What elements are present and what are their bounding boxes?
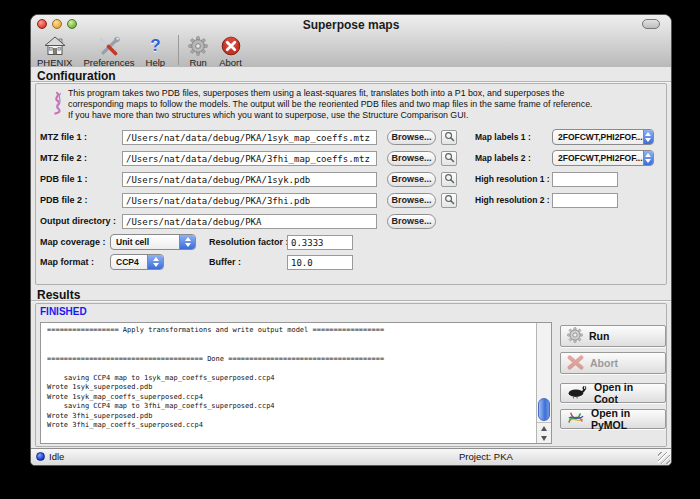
high-resolution-1-label: High resolution 1 : xyxy=(475,174,550,184)
open-in-pymol-button[interactable]: Open in PyMOL xyxy=(560,409,666,429)
mtz-file-2-input[interactable] xyxy=(122,151,377,166)
popup-arrows-icon xyxy=(643,151,653,165)
high-resolution-2-label: High resolution 2 : xyxy=(475,195,550,205)
run-button[interactable]: Run xyxy=(560,325,666,347)
toolbar-help-button[interactable]: ? Help xyxy=(146,35,166,68)
toolbar-separator xyxy=(178,35,179,65)
toolbar-preferences-button[interactable]: Preferences xyxy=(83,35,134,68)
console-scrollbar[interactable] xyxy=(536,323,551,443)
results-divider xyxy=(31,300,671,302)
configuration-panel: This program takes two PDB files, superp… xyxy=(35,83,667,285)
project-label: Project: PKA xyxy=(459,451,513,462)
resize-grip[interactable] xyxy=(658,452,670,464)
mtz-file-2-label: MTZ file 2 : xyxy=(40,153,87,163)
resolution-factor-input[interactable] xyxy=(287,235,353,250)
magnifier-icon xyxy=(444,172,455,187)
toolbar-phenix-button[interactable]: PHENIX xyxy=(37,35,72,68)
gear-icon xyxy=(567,327,583,345)
window-title: Superpose maps xyxy=(31,18,671,32)
home-icon xyxy=(44,35,66,56)
gear-icon xyxy=(188,35,208,56)
window-header: Superpose maps PHENIX xyxy=(31,15,671,68)
run-button-label: Run xyxy=(589,330,609,342)
open-in-coot-label: Open in Coot xyxy=(594,381,659,405)
browse-output-directory-button[interactable]: Browse... xyxy=(387,214,436,229)
high-resolution-1-input[interactable] xyxy=(552,172,618,187)
abort-icon xyxy=(221,35,241,56)
toolbar-abort-button[interactable]: Abort xyxy=(219,35,242,68)
browse-mtz-1-button[interactable]: Browse... xyxy=(387,130,436,145)
browse-mtz-2-button[interactable]: Browse... xyxy=(387,151,436,166)
pymol-ribbon-icon xyxy=(567,410,585,428)
idle-status-icon xyxy=(36,452,45,461)
scroll-down-button[interactable] xyxy=(537,433,551,443)
main-content: Configuration This program takes two PDB… xyxy=(31,67,671,449)
map-format-label: Map format : xyxy=(40,257,94,267)
inspect-pdb-1-button[interactable] xyxy=(441,172,457,187)
inspect-pdb-2-button[interactable] xyxy=(441,193,457,208)
browse-pdb-2-button[interactable]: Browse... xyxy=(387,193,436,208)
inspect-mtz-1-button[interactable] xyxy=(441,130,457,145)
popup-arrows-icon xyxy=(179,235,195,249)
mtz-file-1-input[interactable] xyxy=(122,130,377,145)
status-badge: FINISHED xyxy=(40,306,87,317)
tools-icon xyxy=(98,35,120,56)
buffer-input[interactable] xyxy=(287,255,353,270)
map-labels-1-select[interactable]: 2FOFCWT,PHI2FOF... xyxy=(552,129,654,145)
map-labels-2-value: 2FOFCWT,PHI2FOF... xyxy=(553,153,643,163)
scroll-up-icon xyxy=(541,426,547,431)
pdb-file-1-label: PDB file 1 : xyxy=(40,174,88,184)
mtz-file-1-label: MTZ file 1 : xyxy=(40,132,87,142)
status-bar: Idle Project: PKA xyxy=(31,448,671,465)
status-text: Idle xyxy=(49,451,64,462)
scroll-up-button[interactable] xyxy=(537,423,551,433)
map-coverage-select[interactable]: Unit cell xyxy=(110,234,196,250)
open-in-pymol-label: Open in PyMOL xyxy=(591,407,659,431)
output-directory-label: Output directory : xyxy=(40,216,116,226)
browse-pdb-1-button[interactable]: Browse... xyxy=(387,172,436,187)
map-labels-1-label: Map labels 1 : xyxy=(475,132,531,142)
ribbon-icon xyxy=(50,90,66,120)
console-output[interactable]: ================= Apply transformations … xyxy=(40,322,552,444)
map-labels-1-value: 2FOFCWT,PHI2FOF... xyxy=(553,132,643,142)
abort-button-label: Abort xyxy=(590,357,618,369)
high-resolution-2-input[interactable] xyxy=(552,193,618,208)
toolbar-toggle-button[interactable] xyxy=(642,19,660,29)
popup-arrows-icon xyxy=(147,255,163,269)
pdb-file-1-input[interactable] xyxy=(122,172,377,187)
magnifier-icon xyxy=(444,130,455,145)
output-directory-input[interactable] xyxy=(122,214,377,229)
toolbar: PHENIX Preferences ? Help xyxy=(37,35,253,67)
help-icon: ? xyxy=(150,35,160,56)
results-panel: FINISHED ================= Apply transfo… xyxy=(35,303,667,447)
pdb-file-2-input[interactable] xyxy=(122,193,377,208)
map-labels-2-select[interactable]: 2FOFCWT,PHI2FOF... xyxy=(552,150,654,166)
program-description: This program takes two PDB files, superp… xyxy=(68,88,593,121)
buffer-label: Buffer : xyxy=(209,257,241,267)
map-format-select[interactable]: CCP4 xyxy=(110,254,164,270)
map-coverage-label: Map coverage : xyxy=(40,237,106,247)
abort-button: Abort xyxy=(560,352,666,374)
popup-arrows-icon xyxy=(643,130,653,144)
coot-bird-icon xyxy=(567,385,588,401)
magnifier-icon xyxy=(444,151,455,166)
toolbar-run-button[interactable]: Run xyxy=(188,35,208,68)
scroll-down-icon xyxy=(541,436,547,441)
pdb-file-2-label: PDB file 2 : xyxy=(40,195,88,205)
magnifier-icon xyxy=(444,193,455,208)
map-coverage-value: Unit cell xyxy=(111,237,179,247)
scrollbar-arrows xyxy=(537,422,551,443)
map-labels-2-label: Map labels 2 : xyxy=(475,153,531,163)
inspect-mtz-2-button[interactable] xyxy=(441,151,457,166)
abort-x-icon xyxy=(567,355,584,372)
superpose-maps-window: Superpose maps PHENIX xyxy=(30,14,672,466)
console-text: ================= Apply transformations … xyxy=(41,323,551,434)
open-in-coot-button[interactable]: Open in Coot xyxy=(560,383,666,403)
map-format-value: CCP4 xyxy=(111,257,147,267)
resolution-factor-label: Resolution factor : xyxy=(209,237,289,247)
scrollbar-thumb[interactable] xyxy=(538,398,550,421)
